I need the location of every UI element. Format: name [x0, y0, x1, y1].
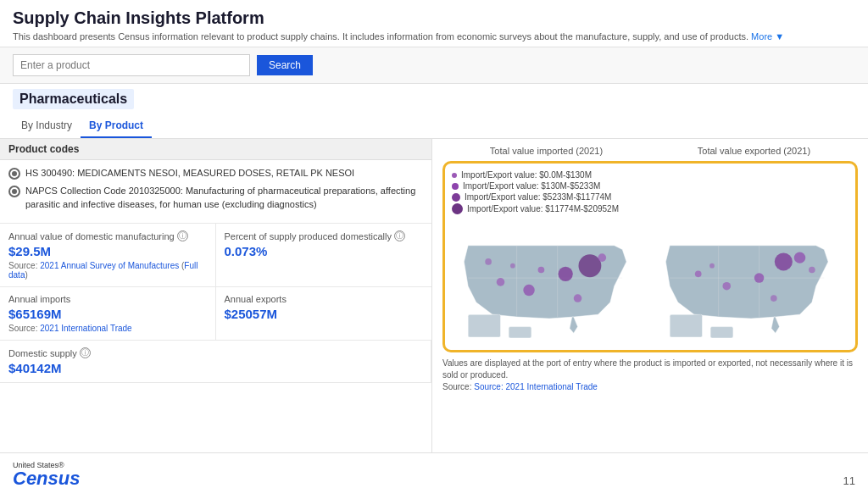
product-code-item-1: HS 300490: MEDICAMENTS NESOI, MEASURED D… [8, 167, 423, 180]
legend-dot-2 [452, 183, 459, 190]
legend-item-1: Import/Export value: $0.0M-$130M [452, 170, 849, 180]
export-dot-med-2 [754, 273, 765, 283]
stat-domestic-manufacturing: Annual value of domestic manufacturing ⓘ… [0, 224, 216, 287]
section-title: Pharmaceuticals [13, 89, 134, 109]
maps-row [452, 221, 849, 343]
stats-grid: Annual value of domestic manufacturing ⓘ… [0, 224, 431, 383]
product-codes-header: Product codes [0, 139, 431, 160]
svg-rect-0 [468, 314, 500, 337]
stat-annual-imports: Annual imports $65169M Source: 2021 Inte… [0, 287, 216, 341]
imports-source-link[interactable]: 2021 International Trade [40, 324, 131, 333]
stat-source-domestic: Source: 2021 Annual Survey of Manufactur… [8, 261, 207, 280]
svg-rect-1 [509, 327, 531, 338]
more-link[interactable]: More ▼ [751, 31, 784, 42]
export-dot-sm-5 [709, 263, 715, 269]
stat-annual-exports: Annual exports $25057M [216, 287, 432, 341]
legend-dot-3 [452, 193, 460, 202]
stat-value-domestic: $29.5M [8, 244, 207, 258]
map-footnote: Values are displayed at the port of entr… [442, 358, 858, 393]
search-input[interactable] [13, 54, 250, 76]
info-icon-domestic-supply[interactable]: ⓘ [80, 347, 91, 358]
legend-item-3: Import/Export value: $5233M-$11774M [452, 192, 849, 202]
import-header: Total value imported (2021) [490, 146, 603, 156]
import-dot-med-1 [559, 267, 573, 281]
import-dot-sm-2 [598, 253, 607, 262]
info-icon-domestic[interactable]: ⓘ [177, 230, 188, 241]
page-header: Supply Chain Insights Platform This dash… [0, 0, 868, 47]
svg-rect-6 [710, 327, 733, 338]
stat-source-imports: Source: 2021 International Trade [8, 324, 207, 333]
tab-by-industry[interactable]: By Industry [13, 114, 81, 138]
import-dot-sm-5 [485, 258, 492, 265]
import-dot-sm-1 [497, 278, 505, 286]
export-dot-sm-1 [722, 282, 731, 291]
product-code-text-1: HS 300490: MEDICAMENTS NESOI, MEASURED D… [25, 167, 354, 180]
right-panel: Total value imported (2021) Total value … [432, 139, 868, 452]
map-legend: Import/Export value: $0.0M-$130M Import/… [452, 170, 849, 214]
import-dot-sm-4 [538, 267, 545, 274]
map-source-link[interactable]: Source: 2021 International Trade [474, 382, 598, 391]
export-dot-sm-4 [771, 295, 777, 302]
search-bar: Search [0, 47, 868, 84]
import-dot-sm-6 [510, 263, 515, 269]
legend-item-4: Import/Export value: $11774M-$20952M [452, 203, 849, 214]
census-logo-text-block: United States® Census Bureau [13, 461, 80, 489]
bullet-icon-1 [8, 168, 20, 180]
import-map [452, 221, 647, 343]
stat-value-domestic-supply: $40142M [8, 361, 422, 375]
page-title: Supply Chain Insights Platform [13, 8, 855, 28]
export-dot-sm-3 [809, 267, 815, 274]
info-icon-percent[interactable]: ⓘ [394, 230, 405, 241]
import-dot-large [579, 254, 602, 277]
export-dot-sm-2 [695, 270, 702, 277]
export-map [654, 221, 849, 343]
product-code-text-2: NAPCS Collection Code 2010325000: Manufa… [25, 185, 423, 211]
footer: United States® Census Bureau 11 [0, 452, 868, 488]
legend-dot-4 [452, 203, 463, 214]
legend-item-2: Import/Export value: $130M-$5233M [452, 181, 849, 191]
domestic-source-link[interactable]: 2021 Annual Survey of Manufactures [40, 261, 179, 270]
export-dot-med-1 [794, 252, 805, 263]
census-logo: United States® Census Bureau [13, 461, 80, 489]
tabs-bar: By Industry By Product [0, 114, 868, 139]
header-description: This dashboard presents Census informati… [13, 31, 855, 42]
logo-census: Census [13, 469, 80, 488]
left-panel: Product codes HS 300490: MEDICAMENTS NES… [0, 139, 432, 452]
import-dot-sm-3 [574, 294, 582, 302]
search-button[interactable]: Search [257, 55, 313, 75]
section-title-container: Pharmaceuticals [0, 84, 868, 114]
stat-value-imports: $65169M [8, 307, 207, 321]
stat-value-percent: 0.073% [225, 244, 424, 258]
tab-by-product[interactable]: By Product [81, 114, 152, 138]
bullet-icon-2 [8, 186, 20, 197]
import-dot-med-2 [523, 285, 534, 296]
stat-percent-supply: Percent of supply produced domestically … [216, 224, 432, 287]
stat-value-exports: $25057M [225, 307, 424, 321]
map-container: Import/Export value: $0.0M-$130M Import/… [442, 161, 858, 352]
main-content: Product codes HS 300490: MEDICAMENTS NES… [0, 139, 868, 452]
product-code-item-2: NAPCS Collection Code 2010325000: Manufa… [8, 185, 423, 211]
legend-dot-1 [452, 173, 457, 178]
export-dot-large [775, 252, 793, 270]
map-headers: Total value imported (2021) Total value … [442, 146, 858, 156]
stat-domestic-supply: Domestic supply ⓘ $40142M [0, 341, 431, 383]
export-header: Total value exported (2021) [698, 146, 810, 156]
svg-rect-5 [670, 314, 702, 337]
page-number: 11 [843, 474, 855, 487]
product-codes-list: HS 300490: MEDICAMENTS NESOI, MEASURED D… [0, 160, 431, 224]
